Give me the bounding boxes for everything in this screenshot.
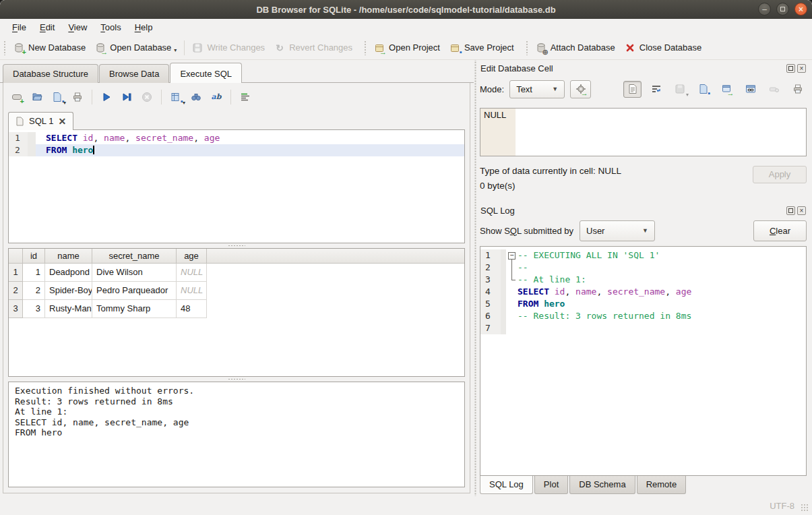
results-message-splitter[interactable] — [8, 377, 465, 382]
write-changes-button[interactable]: Write Changes — [187, 40, 270, 56]
attach-database-button[interactable]: ⊕ Attach Database — [531, 40, 620, 56]
export-dropdown-icon[interactable]: ▾ — [183, 100, 185, 106]
auto-switch-mode-button[interactable]: → — [570, 80, 591, 98]
close-dock-icon[interactable]: × — [797, 206, 806, 215]
mode-select[interactable]: Text ▼ — [509, 80, 565, 98]
apply-button[interactable]: Apply — [753, 166, 807, 183]
toolbar-separator — [230, 90, 231, 104]
column-header-secret_name[interactable]: secret_name — [92, 249, 177, 264]
toolbar-handle[interactable] — [3, 40, 7, 55]
revert-changes-button[interactable]: ↻ Revert Changes — [270, 40, 357, 56]
new-sql-tab-button[interactable]: + — [8, 88, 26, 106]
column-header-id[interactable]: id — [23, 249, 45, 264]
table-cell[interactable]: Tommy Sharp — [92, 300, 177, 318]
execute-all-button[interactable] — [98, 88, 115, 106]
save-project-button[interactable]: ▪ Save Project — [445, 40, 519, 56]
stop-execution-button[interactable] — [138, 88, 156, 106]
menu-file[interactable]: File — [5, 20, 33, 34]
open-project-button[interactable]: → Open Project — [369, 40, 445, 56]
replace-button[interactable]: ab — [208, 88, 225, 106]
table-cell[interactable]: Spider-Boy — [45, 282, 92, 300]
table-cell[interactable]: 3 — [23, 300, 45, 318]
menu-view[interactable]: View — [61, 20, 94, 34]
clear-log-button[interactable]: Clear — [753, 220, 807, 241]
results-table[interactable]: idnamesecret_nameage11DeadpondDive Wilso… — [8, 248, 465, 377]
export-cell-button[interactable]: ▪ — [694, 81, 712, 98]
bottom-tab-remote[interactable]: Remote — [637, 476, 687, 494]
save-dropdown-icon[interactable]: ▾ — [63, 100, 66, 106]
row-header[interactable]: 1 — [9, 264, 23, 282]
editor-code[interactable]: SELECT id, name, secret_name, age — [36, 132, 464, 144]
word-wrap-button[interactable] — [647, 81, 665, 98]
menu-tools[interactable]: Tools — [94, 20, 127, 34]
toolbar-handle[interactable] — [364, 40, 367, 55]
log-code: -- Result: 3 rows returned in 8ms — [518, 310, 806, 322]
execution-message[interactable]: Execution finished without errors. Resul… — [8, 382, 465, 487]
tab-database-structure[interactable]: Database Structure — [3, 64, 98, 83]
table-cell[interactable]: Rusty-Man — [45, 300, 92, 318]
open-in-external-button[interactable]: → — [718, 81, 736, 98]
close-dock-icon[interactable]: × — [797, 64, 806, 73]
table-cell[interactable]: Deadpond — [45, 264, 92, 282]
open-sql-file-button[interactable] — [28, 88, 46, 106]
table-cell[interactable]: NULL — [177, 282, 207, 300]
table-row: 33Rusty-ManTommy Sharp48 — [9, 300, 464, 318]
sql-tab[interactable]: SQL 1 ✕ — [8, 112, 73, 130]
save-sql-file-button[interactable]: ▪ ▾ — [49, 88, 66, 106]
close-tab-icon[interactable]: ✕ — [58, 117, 66, 126]
bottom-tab-plot[interactable]: Plot — [534, 476, 568, 494]
open-database-dropdown-icon[interactable]: ▾ — [174, 47, 177, 53]
close-button[interactable]: × — [794, 3, 807, 16]
execute-current-line-button[interactable] — [118, 88, 135, 106]
print-sql-button[interactable] — [69, 88, 86, 106]
encoding-indicator[interactable]: UTF-8 — [770, 501, 794, 511]
bottom-tab-sql-log[interactable]: SQL Log — [480, 476, 533, 494]
table-cell[interactable]: 48 — [177, 300, 207, 318]
cell-value-editor[interactable]: NULL — [480, 108, 807, 156]
float-dock-icon[interactable] — [786, 206, 795, 215]
column-header-age[interactable]: age — [177, 249, 207, 264]
open-database-button[interactable]: → Open Database ▾ — [90, 40, 181, 56]
row-header[interactable]: 3 — [9, 300, 23, 318]
export-results-button[interactable]: ▪ ▾ — [167, 88, 185, 106]
submitted-by-select[interactable]: User ▼ — [580, 220, 655, 241]
sql-log-view[interactable]: 1-- EXECUTING ALL IN 'SQL 1'2--3-- At li… — [480, 246, 807, 476]
close-database-button[interactable]: Close Database — [620, 40, 707, 56]
editor-line[interactable]: 1SELECT id, name, secret_name, age — [9, 132, 464, 144]
tab-execute-sql[interactable]: Execute SQL — [170, 63, 242, 83]
table-cell[interactable]: Pedro Parqueador — [92, 282, 177, 300]
copy-link-button[interactable] — [741, 81, 759, 98]
title-bar[interactable]: DB Browser for SQLite - /home/user/code/… — [0, 0, 812, 19]
resize-grip[interactable] — [801, 504, 809, 512]
import-cell-button[interactable]: ▾ — [670, 81, 689, 98]
toolbar-handle[interactable] — [526, 40, 529, 55]
editor-code[interactable]: FROM hero — [36, 144, 464, 156]
table-cell[interactable]: 1 — [23, 264, 45, 282]
find-button[interactable] — [187, 88, 205, 106]
menu-edit[interactable]: Edit — [33, 20, 61, 34]
fold-marker-icon[interactable] — [506, 249, 518, 262]
text-mode-button[interactable] — [623, 81, 642, 98]
format-sql-button[interactable] — [237, 88, 254, 106]
tab-browse-data[interactable]: Browse Data — [99, 64, 169, 83]
new-database-button[interactable]: + New Database — [9, 40, 90, 56]
table-cell[interactable]: 2 — [23, 282, 45, 300]
editor-results-splitter[interactable] — [8, 243, 465, 248]
editor-line[interactable]: 2FROM hero — [9, 144, 464, 156]
bottom-tab-db-schema[interactable]: DB Schema — [569, 476, 635, 494]
log-line-number: 6 — [480, 310, 501, 322]
float-dock-icon[interactable] — [786, 64, 795, 73]
table-cell[interactable]: Dive Wilson — [92, 264, 177, 282]
column-header-name[interactable]: name — [45, 249, 92, 264]
row-header[interactable]: 2 — [9, 282, 23, 300]
set-null-button[interactable] — [765, 81, 783, 98]
replace-ab-icon: ab — [211, 92, 222, 102]
maximize-button[interactable] — [776, 3, 789, 16]
table-cell[interactable]: NULL — [177, 264, 207, 282]
menu-help[interactable]: Help — [128, 20, 160, 34]
minimize-button[interactable]: – — [758, 3, 771, 16]
print-cell-button[interactable] — [788, 81, 807, 98]
sql-editor[interactable]: 1SELECT id, name, secret_name, age2FROM … — [8, 130, 465, 243]
open-file-icon — [32, 92, 42, 102]
window-title: DB Browser for SQLite - /home/user/code/… — [256, 5, 555, 15]
